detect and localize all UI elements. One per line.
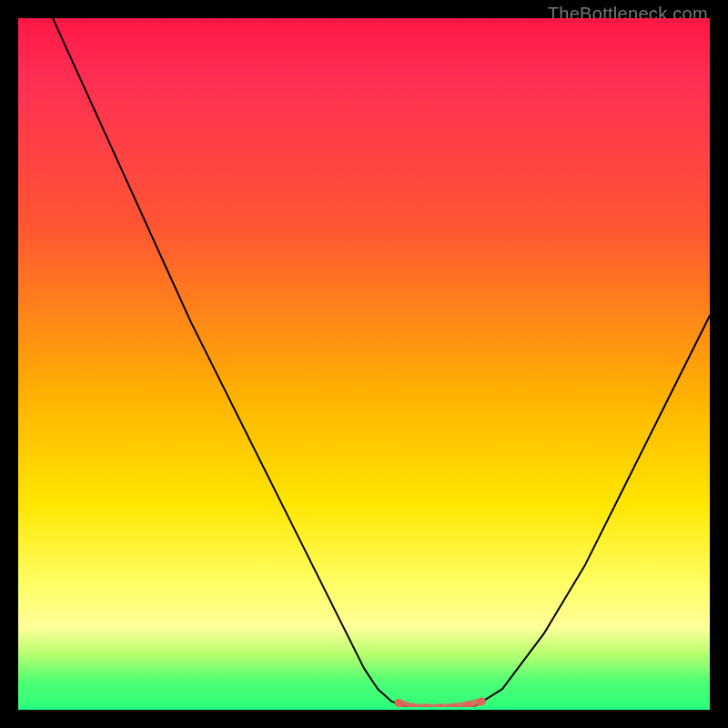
baseline-edge	[18, 707, 710, 710]
chart-frame: TheBottleneck.com	[0, 0, 728, 728]
bottleneck-curve	[18, 18, 710, 710]
curve-path	[53, 18, 710, 708]
marker-dot	[478, 697, 486, 705]
plot-area	[18, 18, 710, 710]
marker-dot	[395, 699, 403, 707]
